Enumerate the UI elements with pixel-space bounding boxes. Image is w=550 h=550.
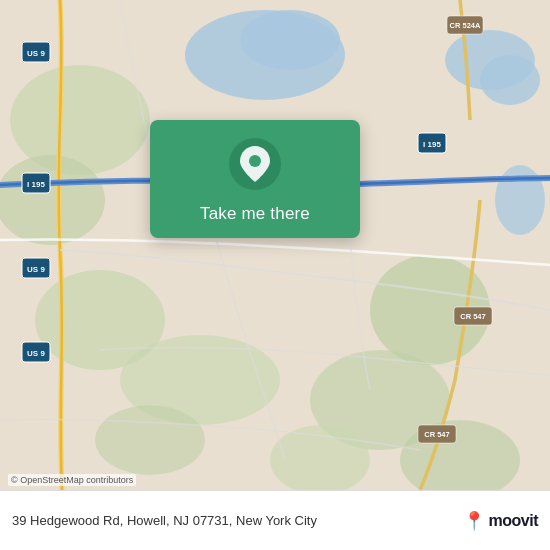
navigation-card: Take me there bbox=[150, 120, 360, 238]
pin-icon-wrapper bbox=[229, 138, 281, 190]
bottom-bar: 39 Hedgewood Rd, Howell, NJ 07731, New Y… bbox=[0, 490, 550, 550]
svg-point-31 bbox=[249, 155, 261, 167]
svg-text:CR 547: CR 547 bbox=[424, 430, 449, 439]
svg-text:CR 547: CR 547 bbox=[460, 312, 485, 321]
svg-text:I 195: I 195 bbox=[423, 140, 441, 149]
svg-text:I 195: I 195 bbox=[27, 180, 45, 189]
moovit-logo: 📍 moovit bbox=[463, 510, 538, 532]
address-text: 39 Hedgewood Rd, Howell, NJ 07731, New Y… bbox=[12, 513, 463, 528]
svg-text:CR 524A: CR 524A bbox=[450, 21, 481, 30]
map-background: US 9 I 195 I 195 CR 524A US 9 US 9 CR 54… bbox=[0, 0, 550, 490]
svg-point-4 bbox=[480, 55, 540, 105]
svg-point-12 bbox=[95, 405, 205, 475]
svg-point-7 bbox=[0, 155, 105, 245]
map-attribution: © OpenStreetMap contributors bbox=[8, 474, 136, 486]
svg-text:US 9: US 9 bbox=[27, 349, 45, 358]
svg-point-2 bbox=[240, 10, 340, 70]
svg-text:US 9: US 9 bbox=[27, 265, 45, 274]
location-pin-icon bbox=[240, 146, 270, 182]
moovit-pin-icon: 📍 bbox=[463, 510, 485, 532]
moovit-wordmark: moovit bbox=[489, 512, 538, 530]
svg-text:US 9: US 9 bbox=[27, 49, 45, 58]
take-me-there-button[interactable]: Take me there bbox=[200, 204, 310, 224]
map-container: US 9 I 195 I 195 CR 524A US 9 US 9 CR 54… bbox=[0, 0, 550, 490]
